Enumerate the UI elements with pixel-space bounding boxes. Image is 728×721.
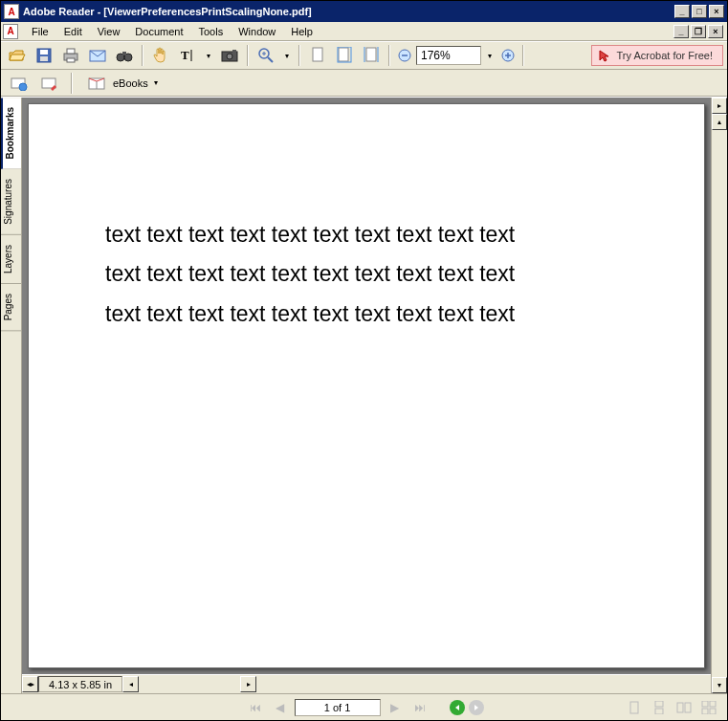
fit-width-button[interactable] <box>359 44 384 67</box>
hand-tool-button[interactable] <box>148 44 173 67</box>
doc-restore-button[interactable]: ❐ <box>691 25 706 38</box>
actual-size-button[interactable] <box>305 44 330 67</box>
review-button[interactable] <box>7 72 32 95</box>
search-button[interactable] <box>112 44 137 67</box>
document-text-line: text text text text text text text text … <box>105 254 691 294</box>
prev-page-button[interactable]: ◀ <box>270 698 291 717</box>
page-number-input[interactable]: 1 of 1 <box>295 699 381 716</box>
vscroll-down-arrow[interactable]: ▾ <box>712 677 727 693</box>
ebooks-icon <box>88 76 107 91</box>
try-acrobat-button[interactable]: Try Acrobat for Free! <box>591 45 723 66</box>
tab-pages[interactable]: Pages <box>1 284 21 331</box>
svg-point-31 <box>19 83 27 91</box>
ebooks-button[interactable]: eBooks ▾ <box>81 73 165 94</box>
forward-view-button[interactable] <box>469 700 484 715</box>
close-button[interactable]: × <box>709 5 724 18</box>
continuous-icon <box>653 701 665 714</box>
vscroll-track[interactable] <box>712 130 727 677</box>
print-button[interactable] <box>58 44 83 67</box>
main-toolbar: T ▾ ▾ 176% ▾ Try Acrobat for Free! <box>1 41 727 70</box>
hscroll-track[interactable] <box>139 676 240 692</box>
last-page-button[interactable]: ⏭ <box>409 698 430 717</box>
side-tabs: Bookmarks Signatures Layers Pages <box>1 98 22 693</box>
review-icon <box>11 76 28 91</box>
toolbar-separator <box>388 45 390 66</box>
arrow-right-icon <box>472 703 481 712</box>
tab-layers[interactable]: Layers <box>1 235 21 284</box>
document-text-line: text text text text text text text text … <box>105 215 691 254</box>
minimize-button[interactable]: _ <box>674 5 690 18</box>
svg-rect-20 <box>339 48 348 61</box>
svg-rect-41 <box>710 701 716 707</box>
cont-facing-icon <box>701 701 717 714</box>
menu-bar: A File Edit View Document Tools Window H… <box>1 22 727 41</box>
continuous-view-button[interactable] <box>649 698 670 717</box>
facing-view-button[interactable] <box>673 698 695 717</box>
menu-edit[interactable]: Edit <box>56 24 90 39</box>
next-page-button[interactable]: ▶ <box>385 698 406 717</box>
back-view-button[interactable] <box>450 700 465 715</box>
doc-minimize-button[interactable]: _ <box>673 25 689 38</box>
vscroll-up[interactable]: ▸ <box>712 98 727 114</box>
zoom-dropdown[interactable]: ▾ <box>483 46 496 65</box>
svg-rect-38 <box>677 703 683 712</box>
svg-rect-36 <box>655 701 663 707</box>
window-title: Adobe Reader - [ViewerPreferencesPrintSc… <box>23 6 674 17</box>
menu-window[interactable]: Window <box>231 24 283 39</box>
envelope-icon <box>89 49 106 62</box>
continuous-facing-button[interactable] <box>698 698 719 717</box>
svg-point-13 <box>227 54 232 59</box>
svg-rect-19 <box>313 48 322 61</box>
document-viewport[interactable]: text text text text text text text text … <box>22 98 711 674</box>
page-number-label: 1 of 1 <box>324 702 351 713</box>
single-page-view-button[interactable] <box>624 698 645 717</box>
menu-file[interactable]: File <box>24 24 56 39</box>
email-button[interactable] <box>85 44 110 67</box>
svg-text:T: T <box>181 48 189 62</box>
svg-rect-37 <box>655 709 663 714</box>
doc-close-button[interactable]: × <box>708 25 723 38</box>
open-button[interactable] <box>5 44 30 67</box>
page-actual-icon <box>311 47 324 64</box>
text-select-button[interactable]: T <box>175 44 200 67</box>
folder-open-icon <box>9 48 26 63</box>
save-button[interactable] <box>32 44 56 67</box>
menu-view[interactable]: View <box>90 24 128 39</box>
chevron-down-icon: ▾ <box>154 78 158 87</box>
zoom-tool-dropdown[interactable]: ▾ <box>280 46 294 65</box>
horizontal-scrollbar[interactable]: ◂ ▸ <box>122 676 256 692</box>
collab-button[interactable] <box>37 72 62 95</box>
document-text-line: text text text text text text text text … <box>105 295 691 334</box>
first-page-button[interactable]: ⏮ <box>245 698 266 717</box>
status-bar: ◂▸ 4.13 x 5.85 in ◂ ▸ <box>22 674 711 693</box>
single-page-icon <box>629 701 640 714</box>
binoculars-icon <box>116 48 133 63</box>
tab-bookmarks[interactable]: Bookmarks <box>1 98 21 169</box>
window-titlebar: A Adobe Reader - [ViewerPreferencesPrint… <box>1 1 727 22</box>
zoom-input[interactable]: 176% <box>416 46 481 65</box>
toolbar-separator <box>522 45 524 66</box>
snapshot-button[interactable] <box>217 44 242 67</box>
tab-signatures[interactable]: Signatures <box>1 169 21 235</box>
svg-rect-14 <box>232 50 236 53</box>
hscroll-right[interactable]: ▸ <box>240 676 256 692</box>
toolbar-separator <box>247 45 249 66</box>
hscroll-left[interactable]: ◂ <box>122 676 139 692</box>
zoom-in-button[interactable] <box>254 44 278 67</box>
vscroll-up-arrow[interactable]: ▴ <box>712 114 727 130</box>
text-select-dropdown[interactable]: ▾ <box>202 46 215 65</box>
try-acrobat-label: Try Acrobat for Free! <box>617 50 713 61</box>
page: text text text text text text text text … <box>28 103 705 668</box>
zoom-out-button[interactable] <box>395 44 414 67</box>
zoom-plus-button[interactable] <box>498 44 518 67</box>
fit-page-button[interactable] <box>332 44 357 67</box>
maximize-button[interactable]: □ <box>692 5 707 18</box>
menu-document[interactable]: Document <box>127 24 190 39</box>
hscroll-left-button[interactable]: ◂▸ <box>22 676 38 692</box>
vertical-scrollbar[interactable]: ▸ ▴ ▾ <box>711 98 727 693</box>
fit-page-icon <box>337 47 352 64</box>
zoom-in-icon <box>257 47 275 64</box>
menu-tools[interactable]: Tools <box>191 24 232 39</box>
collab-icon <box>41 76 58 91</box>
menu-help[interactable]: Help <box>283 24 320 39</box>
